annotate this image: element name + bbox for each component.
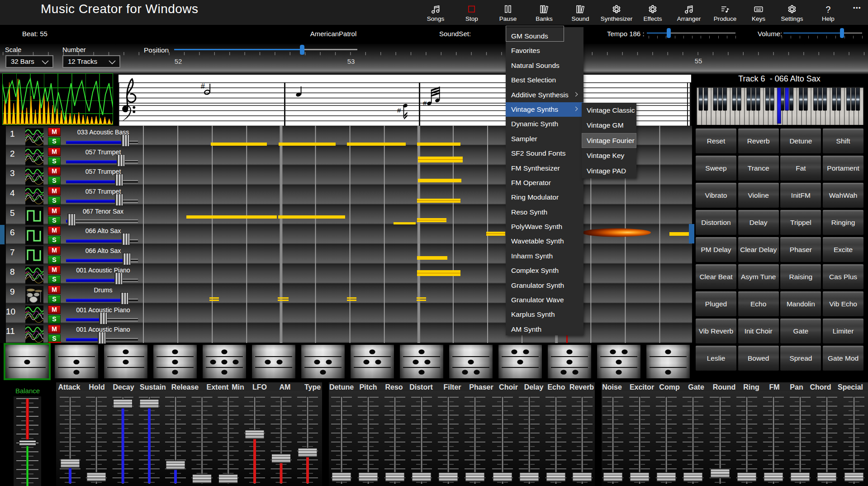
- svg-text:#: #: [397, 106, 401, 114]
- svg-text:#: #: [201, 82, 205, 90]
- svg-text:#: #: [423, 99, 427, 107]
- svg-text:?: ?: [826, 5, 831, 14]
